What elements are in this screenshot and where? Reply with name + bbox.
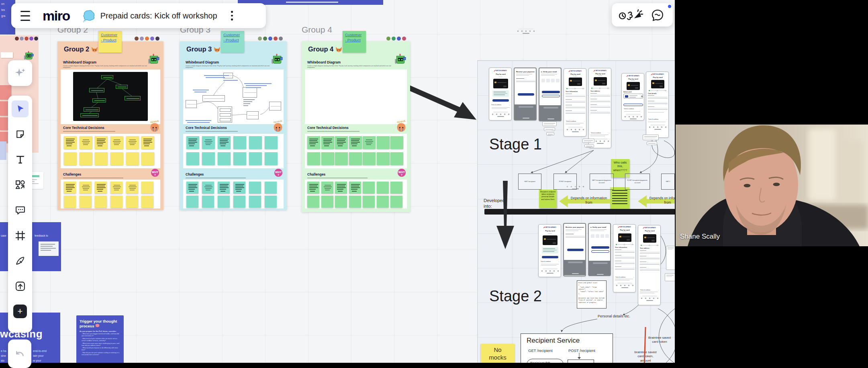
floating-ui-chip[interactable] <box>643 135 659 140</box>
sticky-note[interactable] <box>80 136 92 149</box>
phone-mockup-stage1-1[interactable]: BRITISH AIRWAYSPay by cardTerms & condit… <box>489 67 512 121</box>
tool-shapes-button[interactable] <box>12 176 29 193</box>
miro-canvas[interactable]: Stage 1 Stage 2 Developed into: Personal… <box>0 0 675 363</box>
input-field[interactable] <box>615 251 635 253</box>
trigger-panel[interactable]: Trigger your thought process As you prep… <box>76 315 124 363</box>
cutoff-shape[interactable] <box>0 141 6 160</box>
sticky-note[interactable] <box>64 136 77 149</box>
whiteboard-panel[interactable] <box>305 70 407 124</box>
primary-button[interactable] <box>542 91 560 93</box>
sticky-note[interactable] <box>349 182 361 194</box>
board-options-button[interactable] <box>226 7 238 24</box>
floating-ui-chip[interactable] <box>666 246 675 270</box>
undo-button[interactable] <box>11 345 28 362</box>
board-group-4[interactable]: Group 4Whiteboard DiagramCreate a simple… <box>302 41 410 212</box>
arrow-to-stage1[interactable] <box>402 80 478 127</box>
recipient-service-box[interactable]: Recipient Service GET /recipient POST /r… <box>521 333 613 363</box>
ai-assist-button[interactable] <box>12 65 29 82</box>
secondary-button[interactable] <box>591 250 609 253</box>
dark-flowchart[interactable] <box>73 72 148 121</box>
note-link[interactable]: - Product <box>345 38 366 43</box>
tool-more-tools-button[interactable]: + <box>12 303 29 320</box>
input-field[interactable] <box>566 112 585 114</box>
sticky-note[interactable] <box>249 152 262 165</box>
sticky-note[interactable] <box>202 182 214 194</box>
whiteboard-panel[interactable] <box>183 70 284 124</box>
phone-mockup-stage2-2[interactable]: Receive your payment <box>563 223 586 276</box>
input-field[interactable] <box>640 268 660 270</box>
floating-ui-chip[interactable] <box>647 141 657 145</box>
sticky-note[interactable] <box>377 182 389 194</box>
note-link[interactable]: Customer <box>345 33 366 38</box>
depends-arrow-left[interactable]: Depends on information from <box>559 195 611 207</box>
sticky-note[interactable] <box>141 136 154 149</box>
input-field[interactable] <box>566 106 585 108</box>
frontend-state-note[interactable]: Front-end global state: { "auth_token": … <box>577 280 607 309</box>
sticky-note[interactable] <box>110 152 123 165</box>
sticky-note[interactable] <box>390 136 403 149</box>
input-field[interactable] <box>615 268 635 270</box>
sticky-note[interactable] <box>363 182 375 194</box>
sticky-note[interactable] <box>307 182 319 194</box>
input-field[interactable] <box>590 94 610 96</box>
sticky-note[interactable] <box>218 152 231 165</box>
floating-ui-chip[interactable] <box>546 132 554 135</box>
tool-select-button[interactable] <box>12 100 29 117</box>
api-box[interactable]: POST /recipients/payment-account <box>625 174 650 190</box>
sticky-note[interactable] <box>249 136 262 149</box>
input-field[interactable] <box>566 100 585 102</box>
sticky-note[interactable] <box>335 152 348 165</box>
sticky-note[interactable] <box>186 182 198 194</box>
sticky-note[interactable] <box>126 136 139 149</box>
sticky-recipient-endpoint[interactable]: Recipient endpoint takes recipients pers… <box>539 190 557 208</box>
phone-mockup-stage2-1[interactable]: BRITISH AIRWAYSPay by cardTerms & condit… <box>538 224 561 277</box>
api-box[interactable]: GET /recipients/payment-account <box>590 174 614 190</box>
board-group-3[interactable]: Group 3Whiteboard DiagramCreate a simple… <box>180 41 287 210</box>
input-field[interactable] <box>566 235 585 237</box>
sticky-note[interactable] <box>126 152 139 165</box>
sticky-note[interactable] <box>335 182 347 194</box>
sticky-note[interactable] <box>321 182 333 194</box>
sticky-note[interactable] <box>141 182 153 194</box>
sticky-note[interactable] <box>95 182 107 194</box>
sticky-no-mocks[interactable]: No mocks <box>481 344 515 363</box>
sticky-note[interactable] <box>1 52 13 58</box>
sticky-note[interactable] <box>307 196 319 208</box>
sticky-note[interactable] <box>349 136 362 149</box>
input-field[interactable] <box>648 108 668 110</box>
sticky-note[interactable] <box>321 152 334 165</box>
phone-mockup-stage1-2[interactable]: Receive your payment <box>514 67 537 121</box>
sticky-note[interactable] <box>80 182 92 194</box>
tool-comment-button[interactable] <box>12 202 29 219</box>
input-field[interactable] <box>615 256 635 258</box>
sticky-note[interactable] <box>80 152 92 165</box>
sticky-note[interactable] <box>64 152 77 165</box>
sticky-note[interactable] <box>141 196 153 208</box>
chat-icon[interactable] <box>651 9 664 22</box>
sticky-note[interactable] <box>249 196 261 208</box>
whiteboard-panel[interactable] <box>61 70 160 124</box>
tool-text-button[interactable] <box>12 151 29 168</box>
sticky-note[interactable] <box>321 136 334 149</box>
phone-mockup-stage1-4[interactable]: BRITISH AIRWAYSPay by cardYour informati… <box>564 68 586 137</box>
sticky-note[interactable] <box>80 196 92 208</box>
sticky-note[interactable] <box>202 196 214 208</box>
sticky-note[interactable] <box>110 196 123 208</box>
primary-button[interactable] <box>492 99 509 102</box>
input-field[interactable] <box>640 263 660 265</box>
input-field[interactable] <box>648 102 668 104</box>
sticky-note[interactable] <box>377 136 390 149</box>
sticky-note[interactable] <box>186 136 199 149</box>
sticky-note[interactable] <box>265 182 277 194</box>
sticky-note[interactable] <box>95 136 108 149</box>
sticky-note[interactable] <box>249 182 261 194</box>
corner-note-group-3[interactable]: Customer- Product <box>221 31 244 53</box>
miro-logo[interactable]: miro <box>43 8 70 24</box>
sticky-note[interactable] <box>377 152 390 165</box>
sticky-note[interactable] <box>265 152 278 165</box>
sticky-note[interactable] <box>126 182 138 194</box>
sticky-notes-lined[interactable] <box>610 187 629 209</box>
primary-button[interactable] <box>591 246 609 249</box>
input-field[interactable] <box>648 96 668 98</box>
input-field[interactable] <box>566 95 585 97</box>
